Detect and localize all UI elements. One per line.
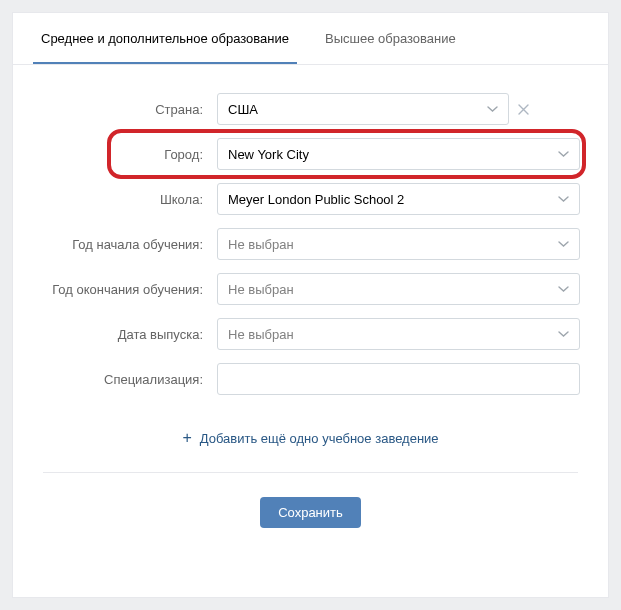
label-graduation: Дата выпуска: [41,327,217,342]
row-school: Школа: Meyer London Public School 2 [41,183,580,215]
tabs: Среднее и дополнительное образование Выс… [13,13,608,65]
clear-country-icon[interactable] [511,104,535,115]
row-specialization: Специализация: [41,363,580,395]
row-country: Страна: США [41,93,580,125]
add-school-link[interactable]: + Добавить ещё одно учебное заведение [182,430,438,446]
chevron-down-icon [558,151,569,157]
select-end-year[interactable]: Не выбран [217,273,580,305]
row-city: Город: New York City [41,138,580,170]
row-graduation: Дата выпуска: Не выбран [41,318,580,350]
select-start-year-value: Не выбран [228,237,294,252]
select-school-value: Meyer London Public School 2 [228,192,404,207]
chevron-down-icon [558,331,569,337]
select-end-year-value: Не выбран [228,282,294,297]
select-start-year[interactable]: Не выбран [217,228,580,260]
add-more-wrap: + Добавить ещё одно учебное заведение [43,408,578,473]
chevron-down-icon [558,241,569,247]
select-country[interactable]: США [217,93,509,125]
chevron-down-icon [558,286,569,292]
label-specialization: Специализация: [41,372,217,387]
tab-higher-education[interactable]: Высшее образование [317,13,464,64]
select-graduation[interactable]: Не выбран [217,318,580,350]
label-country: Страна: [41,102,217,117]
select-city-value: New York City [228,147,309,162]
chevron-down-icon [558,196,569,202]
row-end-year: Год окончания обучения: Не выбран [41,273,580,305]
plus-icon: + [182,430,191,446]
input-specialization[interactable] [217,363,580,395]
education-panel: Среднее и дополнительное образование Выс… [12,12,609,598]
education-form: Страна: США Город: New York City [13,65,608,564]
label-start-year: Год начала обучения: [41,237,217,252]
label-school: Школа: [41,192,217,207]
select-city[interactable]: New York City [217,138,580,170]
label-end-year: Год окончания обучения: [41,282,217,297]
save-button[interactable]: Сохранить [260,497,361,528]
add-school-label: Добавить ещё одно учебное заведение [200,431,439,446]
save-wrap: Сохранить [41,473,580,552]
select-country-value: США [228,102,258,117]
row-start-year: Год начала обучения: Не выбран [41,228,580,260]
tab-secondary-education[interactable]: Среднее и дополнительное образование [33,13,297,64]
chevron-down-icon [487,106,498,112]
select-school[interactable]: Meyer London Public School 2 [217,183,580,215]
label-city: Город: [41,147,217,162]
select-graduation-value: Не выбран [228,327,294,342]
